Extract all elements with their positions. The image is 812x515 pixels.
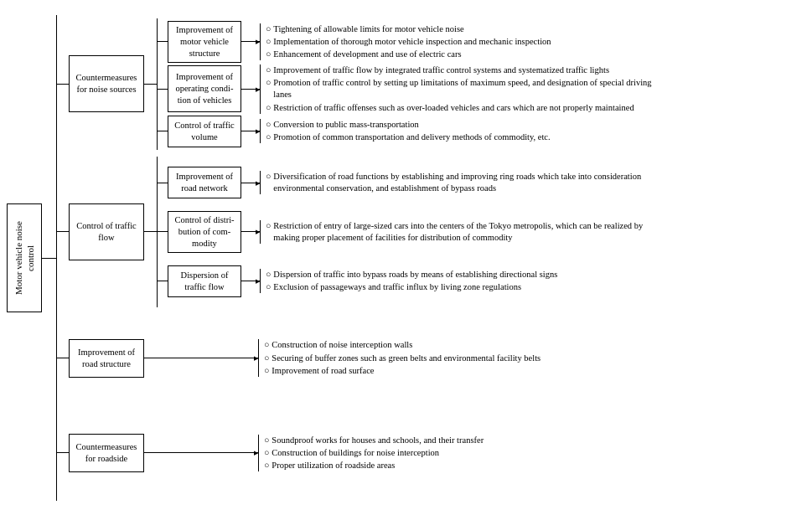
diagram: Motor vehicle noise control Countermeasu… <box>0 0 812 515</box>
box-motor-vehicle-structure: Improvement of motor vehicle structure <box>168 21 241 64</box>
box-road-structure: Improvement of road structure <box>69 339 144 378</box>
level1-traffic-flow: Control of traffic flow Improvement of r… <box>57 153 662 311</box>
box-distribution-commodity: Control of distri- bution of com- modity <box>168 211 241 254</box>
level1-road-structure: Improvement of road structure ▶ ○Constru… <box>57 311 662 405</box>
level1-noise-sources: Countermeasures for noise sources Improv… <box>57 15 662 153</box>
box-noise-sources: Countermeasures for noise sources <box>69 55 144 112</box>
box-traffic-volume: Control of traffic volume <box>168 116 241 147</box>
box-traffic-flow: Control of traffic flow <box>69 203 144 260</box>
level1-roadside: Countermeasures for roadside ▶ ○Soundpro… <box>57 405 662 500</box>
box-road-network: Improvement of road network <box>168 167 241 198</box>
level1-container: Countermeasures for noise sources Improv… <box>57 15 662 501</box>
root-label: Motor vehicle noise control <box>7 203 42 312</box>
box-roadside: Countermeasures for roadside <box>69 434 144 472</box>
box-operating-condition: Improvement of operating condi- tion of … <box>168 65 241 112</box>
box-dispersion-traffic: Dispersion of traffic flow <box>168 265 241 297</box>
